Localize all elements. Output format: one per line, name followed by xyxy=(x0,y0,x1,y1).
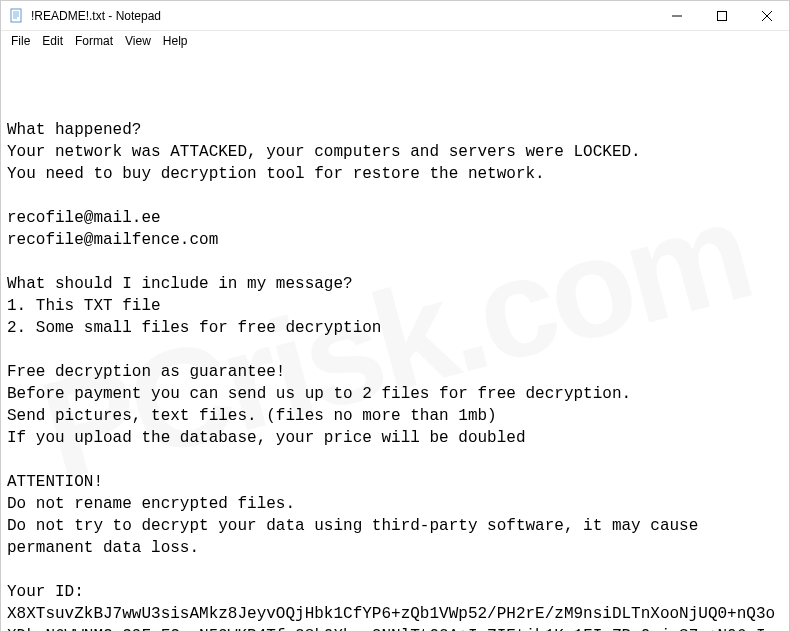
menubar: File Edit Format View Help xyxy=(1,31,789,51)
svg-rect-0 xyxy=(11,9,21,22)
menu-format[interactable]: Format xyxy=(69,33,119,49)
svg-rect-6 xyxy=(717,11,726,20)
menu-edit[interactable]: Edit xyxy=(36,33,69,49)
notepad-icon xyxy=(9,8,25,24)
menu-file[interactable]: File xyxy=(5,33,36,49)
minimize-button[interactable] xyxy=(654,1,699,30)
close-button[interactable] xyxy=(744,1,789,30)
window-title: !README!.txt - Notepad xyxy=(31,9,654,23)
document-body: What happened? Your network was ATTACKED… xyxy=(7,119,783,631)
menu-help[interactable]: Help xyxy=(157,33,194,49)
window-controls xyxy=(654,1,789,30)
maximize-button[interactable] xyxy=(699,1,744,30)
titlebar: !README!.txt - Notepad xyxy=(1,1,789,31)
menu-view[interactable]: View xyxy=(119,33,157,49)
text-area[interactable]: PCrisk.com What happened? Your network w… xyxy=(1,51,789,631)
